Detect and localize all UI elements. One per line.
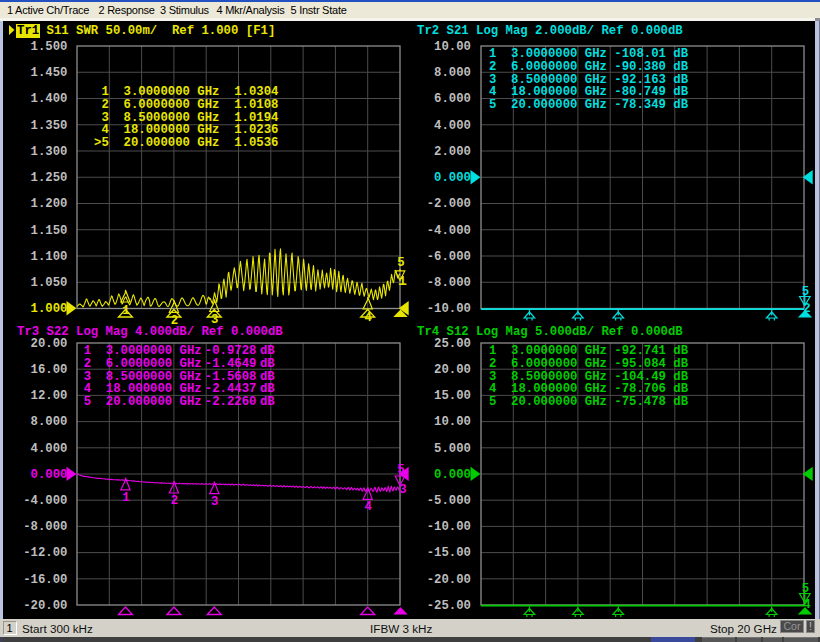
svg-text:1: 1 [122, 491, 129, 505]
svg-text:4: 4 [365, 500, 373, 514]
svg-text:3: 3 [211, 495, 218, 509]
svg-text:2: 2 [171, 494, 178, 508]
